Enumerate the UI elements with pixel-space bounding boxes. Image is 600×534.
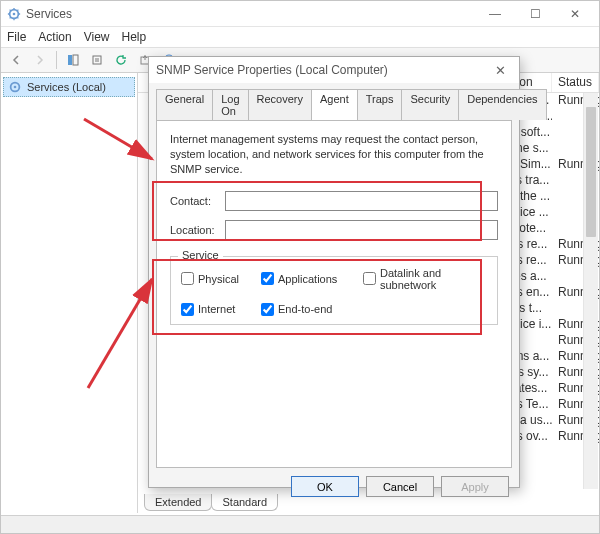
checkbox-applications[interactable]: Applications bbox=[261, 267, 363, 291]
statusbar bbox=[1, 515, 599, 533]
location-input[interactable] bbox=[225, 220, 498, 240]
location-label: Location: bbox=[170, 224, 225, 236]
dialog-close-button[interactable]: ✕ bbox=[488, 61, 512, 79]
properties-button[interactable] bbox=[86, 50, 108, 70]
dialog-tabpage-agent: Internet management systems may request … bbox=[156, 120, 512, 468]
checkbox-endtoend[interactable]: End-to-end bbox=[261, 303, 363, 316]
vertical-scrollbar[interactable] bbox=[583, 93, 598, 489]
window-title: Services bbox=[26, 7, 475, 21]
contact-label: Contact: bbox=[170, 195, 225, 207]
tree-pane: Services (Local) bbox=[1, 73, 138, 513]
dialog-tab-dependencies[interactable]: Dependencies bbox=[458, 89, 546, 120]
titlebar: Services — ☐ ✕ bbox=[1, 1, 599, 27]
dialog-tab-recovery[interactable]: Recovery bbox=[248, 89, 312, 120]
dialog-tab-agent[interactable]: Agent bbox=[311, 89, 358, 120]
maximize-button[interactable]: ☐ bbox=[515, 2, 555, 26]
contact-input[interactable] bbox=[225, 191, 498, 211]
col-header-status[interactable]: Status bbox=[552, 73, 599, 92]
dialog-tab-logon[interactable]: Log On bbox=[212, 89, 248, 120]
dialog-tab-general[interactable]: General bbox=[156, 89, 213, 120]
svg-rect-4 bbox=[93, 56, 101, 64]
menu-help[interactable]: Help bbox=[122, 30, 147, 44]
dialog-titlebar: SNMP Service Properties (Local Computer)… bbox=[149, 57, 519, 83]
dialog-button-row: OK Cancel Apply bbox=[149, 468, 519, 505]
minimize-button[interactable]: — bbox=[475, 2, 515, 26]
service-groupbox: Service Physical Applications Datalink a… bbox=[170, 256, 498, 325]
svg-rect-3 bbox=[73, 55, 78, 65]
services-app-icon bbox=[7, 7, 21, 21]
dialog-tabstrip: General Log On Recovery Agent Traps Secu… bbox=[156, 89, 512, 120]
apply-button[interactable]: Apply bbox=[441, 476, 509, 497]
dialog-title: SNMP Service Properties (Local Computer) bbox=[156, 63, 388, 77]
cancel-button[interactable]: Cancel bbox=[366, 476, 434, 497]
menubar: File Action View Help bbox=[1, 27, 599, 47]
show-hide-button[interactable] bbox=[62, 50, 84, 70]
back-button[interactable] bbox=[5, 50, 27, 70]
menu-file[interactable]: File bbox=[7, 30, 26, 44]
service-legend: Service bbox=[178, 249, 223, 261]
agent-info-text: Internet management systems may request … bbox=[170, 132, 498, 177]
svg-rect-2 bbox=[68, 55, 72, 65]
close-button[interactable]: ✕ bbox=[555, 2, 595, 26]
gear-icon bbox=[8, 80, 22, 94]
menu-view[interactable]: View bbox=[84, 30, 110, 44]
dialog-tab-traps[interactable]: Traps bbox=[357, 89, 403, 120]
forward-button[interactable] bbox=[29, 50, 51, 70]
refresh-button[interactable] bbox=[110, 50, 132, 70]
checkbox-datalink[interactable]: Datalink and subnetwork bbox=[363, 267, 487, 291]
checkbox-internet[interactable]: Internet bbox=[181, 303, 261, 316]
menu-action[interactable]: Action bbox=[38, 30, 71, 44]
checkbox-physical[interactable]: Physical bbox=[181, 267, 261, 291]
ok-button[interactable]: OK bbox=[291, 476, 359, 497]
svg-point-1 bbox=[13, 12, 16, 15]
scroll-thumb[interactable] bbox=[586, 107, 596, 237]
tree-item-label: Services (Local) bbox=[27, 81, 106, 93]
tree-item-services-local[interactable]: Services (Local) bbox=[3, 77, 135, 97]
snmp-properties-dialog: SNMP Service Properties (Local Computer)… bbox=[148, 56, 520, 488]
svg-point-11 bbox=[14, 86, 17, 89]
dialog-tab-security[interactable]: Security bbox=[401, 89, 459, 120]
